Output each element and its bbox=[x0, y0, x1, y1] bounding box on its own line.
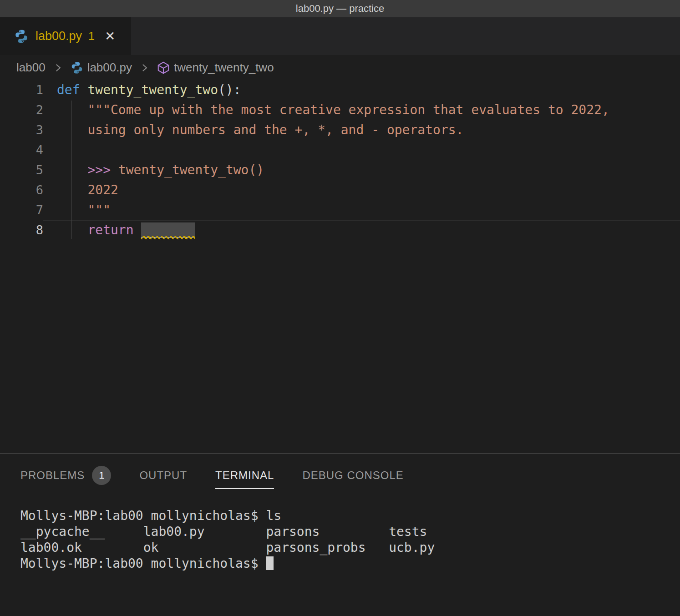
line-number: 5 bbox=[0, 160, 43, 180]
line-number: 6 bbox=[0, 180, 43, 200]
close-icon[interactable]: ✕ bbox=[105, 30, 115, 43]
code-text: return _______ bbox=[43, 220, 680, 240]
line-number: 8 bbox=[0, 220, 43, 240]
tab-filename: lab00.py bbox=[36, 29, 82, 43]
code-line[interactable]: 4 bbox=[0, 140, 680, 160]
tab-problem-count: 1 bbox=[88, 30, 95, 43]
line-number: 1 bbox=[0, 80, 43, 100]
tab-output[interactable]: OUTPUT bbox=[139, 469, 187, 482]
code-text: using only numbers and the +, *, and - o… bbox=[43, 120, 680, 140]
code-line[interactable]: 3 using only numbers and the +, *, and -… bbox=[0, 120, 680, 140]
terminal-line: __pycache__ lab00.py parsons tests bbox=[20, 524, 671, 540]
breadcrumb-folder[interactable]: lab00 bbox=[16, 61, 46, 75]
code-line[interactable]: 7 """ bbox=[0, 200, 680, 220]
tab-terminal[interactable]: TERMINAL bbox=[215, 469, 274, 482]
window-title: lab00.py — practice bbox=[296, 3, 384, 15]
python-icon bbox=[70, 61, 84, 75]
panel-tabs: PROBLEMS 1 OUTPUT TERMINAL DEBUG CONSOLE bbox=[20, 465, 404, 486]
breadcrumb-file[interactable]: lab00.py bbox=[70, 61, 132, 75]
tab-bar: lab00.py 1 ✕ bbox=[0, 17, 680, 55]
line-number: 2 bbox=[0, 100, 43, 120]
code-editor[interactable]: 1def twenty_twenty_two():2 """Come up wi… bbox=[0, 80, 680, 453]
problems-count-badge: 1 bbox=[92, 466, 111, 485]
terminal-line: Mollys-MBP:lab00 mollynicholas$ ls bbox=[20, 508, 671, 524]
line-number: 4 bbox=[0, 140, 43, 160]
python-icon bbox=[14, 29, 29, 44]
line-number: 7 bbox=[0, 200, 43, 220]
code-text: def twenty_twenty_two(): bbox=[43, 80, 680, 100]
code-text: 2022 bbox=[43, 180, 680, 200]
chevron-right-icon bbox=[52, 62, 64, 74]
breadcrumb-symbol[interactable]: twenty_twenty_two bbox=[157, 61, 274, 75]
terminal-cursor bbox=[266, 556, 274, 570]
panel-divider[interactable] bbox=[0, 453, 680, 454]
title-bar: lab00.py — practice bbox=[0, 0, 680, 17]
breadcrumb: lab00 lab00.py twenty_twenty_two bbox=[0, 55, 680, 80]
tab-lab00py[interactable]: lab00.py 1 ✕ bbox=[0, 17, 131, 55]
chevron-right-icon bbox=[138, 62, 150, 74]
code-line[interactable]: 2 """Come up with the most creative expr… bbox=[0, 100, 680, 120]
code-text: """ bbox=[43, 200, 680, 220]
code-text: """Come up with the most creative expres… bbox=[43, 100, 680, 120]
symbol-cube-icon bbox=[157, 61, 170, 75]
code-line[interactable]: 1def twenty_twenty_two(): bbox=[0, 80, 680, 100]
tab-debug-console[interactable]: DEBUG CONSOLE bbox=[302, 469, 403, 482]
code-line[interactable]: 6 2022 bbox=[0, 180, 680, 200]
terminal-line: lab00.ok ok parsons_probs ucb.py bbox=[20, 540, 671, 555]
code-lines: 1def twenty_twenty_two():2 """Come up wi… bbox=[0, 80, 680, 240]
code-text: >>> twenty_twenty_two() bbox=[43, 160, 680, 180]
tab-problems[interactable]: PROBLEMS 1 bbox=[20, 466, 111, 485]
terminal-line: Mollys-MBP:lab00 mollynicholas$ bbox=[20, 555, 671, 571]
code-text bbox=[43, 140, 680, 160]
indent-guide bbox=[71, 101, 72, 239]
terminal[interactable]: Mollys-MBP:lab00 mollynicholas$ ls__pyca… bbox=[20, 508, 671, 571]
line-number: 3 bbox=[0, 120, 43, 140]
code-line[interactable]: 8 return _______ bbox=[0, 220, 680, 240]
code-line[interactable]: 5 >>> twenty_twenty_two() bbox=[0, 160, 680, 180]
